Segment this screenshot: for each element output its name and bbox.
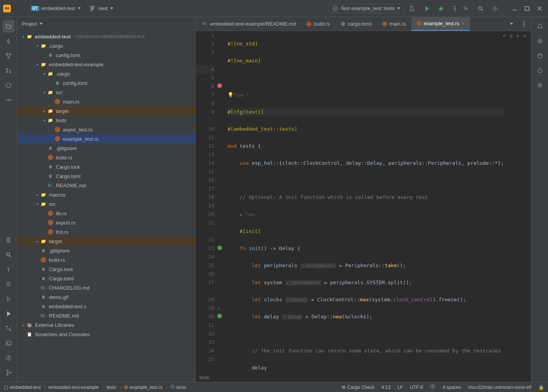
code-with-me-button[interactable] (460, 3, 471, 14)
commit-tool-button[interactable] (2, 35, 15, 47)
tree-item[interactable]: ▸📁macros (17, 190, 195, 199)
run-mark-pass-icon[interactable] (217, 245, 222, 250)
tree-item[interactable]: 🗎Cargo.lock (17, 162, 195, 171)
navigation-breadcrumb[interactable]: ▢ embedded-test› embedded-test-example› … (4, 384, 186, 390)
file-encoding[interactable]: UTF-8 (410, 385, 423, 390)
line-separator[interactable]: LF (397, 385, 403, 390)
tree-item[interactable]: ▸📁target (17, 237, 195, 246)
file-icon: 🗎 (40, 303, 47, 309)
build-button[interactable] (408, 3, 418, 14)
build-tool-button[interactable] (2, 278, 15, 290)
notifications-button[interactable] (534, 20, 546, 33)
tree-item[interactable]: build.rs (17, 255, 195, 264)
ai-assistant-button[interactable] (534, 35, 546, 47)
rust-target[interactable]: riscv32imac-unknown-none-elf (468, 385, 531, 390)
run-configuration-selector[interactable]: Test example_test::tests (328, 4, 404, 13)
indent-settings[interactable]: 4 spaces (442, 385, 461, 390)
more-actions-button[interactable] (449, 3, 460, 14)
run-mark-check-icon[interactable]: ☑ (217, 306, 220, 311)
tree-item[interactable]: 🗎config.toml (17, 50, 195, 60)
cargo-tool-button[interactable] (2, 79, 15, 92)
editor-tab[interactable]: example_test.rs× (411, 17, 470, 31)
tab-list-button[interactable] (506, 19, 517, 29)
tree-item[interactable]: async_test.rs (17, 125, 195, 134)
todo-tool-button[interactable] (2, 234, 15, 246)
project-tool-button[interactable] (2, 20, 15, 33)
tree-item[interactable]: 🗎Cargo.toml (17, 274, 195, 283)
maximize-window-button[interactable] (522, 3, 532, 14)
tree-item[interactable]: ▾📁.cargo (17, 69, 195, 78)
external-libraries[interactable]: ▸ 📚 External Libraries (17, 320, 195, 330)
run-tool-button[interactable] (2, 307, 15, 320)
tree-item[interactable]: 🗎.gitignore (17, 246, 195, 255)
tree-item[interactable]: build.rs (17, 153, 195, 162)
minimize-window-button[interactable] (509, 3, 520, 14)
maven-tool-button[interactable] (534, 79, 546, 92)
tree-item[interactable]: 🗎Cargo.toml (17, 171, 195, 181)
main-menu-button[interactable] (14, 3, 25, 14)
services-tool-button[interactable] (2, 293, 15, 305)
structure-tool-button[interactable] (2, 50, 15, 62)
gradle-tool-button[interactable] (534, 64, 546, 77)
bookmarks-tool-button[interactable]: T (2, 263, 15, 276)
lock-icon[interactable]: 🔒 (538, 385, 544, 390)
tree-item[interactable]: lib.rs (17, 209, 195, 218)
tree-item[interactable]: 🗎Cargo.lock (17, 264, 195, 274)
problems-tool-button[interactable] (2, 352, 15, 364)
tree-item[interactable]: M↓README.md (17, 181, 195, 190)
tab-options-button[interactable] (519, 19, 529, 29)
tree-item[interactable]: 🗎.gitignore (17, 143, 195, 153)
tree-item[interactable]: main.rs (17, 97, 195, 106)
editor-breadcrumb[interactable]: tests (196, 373, 531, 382)
project-view-selector[interactable]: Project (17, 17, 195, 30)
tree-item[interactable]: example_test.rs (17, 134, 195, 143)
tree-item[interactable]: 🗎config.toml (17, 78, 195, 88)
tree-item[interactable]: ▾📁src (17, 199, 195, 209)
search-everywhere-button[interactable] (475, 3, 486, 14)
run-mark-pass-icon[interactable] (217, 314, 222, 318)
tree-item[interactable]: ▾📁src (17, 88, 195, 97)
project-selector[interactable]: ET embedded-test (28, 4, 84, 13)
tree-item[interactable]: ▾📁embedded-test-example (17, 60, 195, 69)
git-branch-selector[interactable]: next (87, 4, 117, 13)
editor-tab[interactable]: ⚙cargo.toml (335, 17, 377, 31)
find-tool-button[interactable] (2, 249, 15, 261)
cargo-status[interactable]: ⚙ Cargo Check (342, 385, 374, 390)
tree-item[interactable]: ▾📁.cargo (17, 41, 195, 50)
editor-tab[interactable]: main.rs (377, 17, 411, 31)
file-icon: 🗎 (40, 294, 47, 300)
svg-point-18 (10, 100, 11, 101)
run-button[interactable] (421, 3, 432, 14)
folder-icon: 📁 (40, 201, 47, 207)
tree-root[interactable]: ▾ 📁 embedded-test ~/cleveron/rusttest/em… (17, 32, 195, 41)
editor-tab[interactable]: M↓embedded-test-example/README.md (197, 17, 301, 31)
debug-button[interactable] (435, 3, 446, 14)
tree-item[interactable]: 🗎demo.gif (17, 292, 195, 302)
scratches[interactable]: 📋 Scratches and Consoles (17, 330, 195, 339)
editor-tab[interactable]: build.rs (301, 17, 335, 31)
tree-item[interactable]: 🗎embedded-test.x (17, 302, 195, 311)
tree-item[interactable]: M↓CHANGELOG.md (17, 283, 195, 292)
tree-item[interactable]: M↓README.md (17, 311, 195, 320)
close-window-button[interactable] (534, 3, 545, 14)
terminal-tool-button[interactable] (2, 337, 15, 349)
close-tab-button[interactable]: × (461, 21, 465, 26)
vcs-tool-button[interactable] (2, 366, 15, 379)
run-mark-fail-icon[interactable] (217, 83, 222, 88)
tree-item[interactable]: ▾📁tests (17, 116, 195, 125)
tree-item[interactable]: export.rs (17, 218, 195, 227)
settings-button[interactable] (490, 3, 501, 14)
svg-point-24 (7, 370, 8, 371)
more-tools-button[interactable] (2, 94, 15, 106)
code-editor[interactable]: ✔5 ∧∨ 1234567891011121314151617181920212… (196, 31, 531, 373)
tree-item[interactable]: fmt.rs (17, 227, 195, 237)
inspection-indicator[interactable]: ✔5 ∧∨ (503, 33, 526, 38)
cursor-position[interactable]: 4:13 (382, 385, 390, 390)
tree-item[interactable]: ▸📁target (17, 106, 195, 116)
readonly-toggle[interactable] (430, 384, 435, 390)
git-tool-button[interactable] (2, 322, 15, 335)
svg-rect-20 (6, 326, 7, 327)
database-tool-button[interactable] (534, 50, 546, 62)
svg-point-17 (8, 100, 9, 101)
pull-requests-tool-button[interactable] (2, 64, 15, 77)
